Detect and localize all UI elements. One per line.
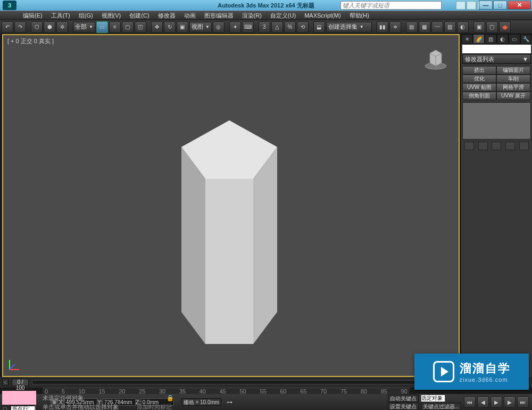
animation-controls: 自动关键点 设置关键点 关键点过滤器... ⏮ ◀ ▶ ▶ ⏭ — [388, 395, 532, 410]
maximize-button[interactable]: □ — [493, 1, 507, 10]
script-line-indicator: □ — [3, 406, 7, 410]
redo-button[interactable]: ↷ — [14, 21, 26, 33]
setkey-button[interactable]: 设置关键点 — [388, 403, 419, 410]
bind-button[interactable]: ✲ — [56, 21, 68, 33]
link-button[interactable]: ⬡ — [31, 21, 43, 33]
menu-maxscript[interactable]: MAXScript(M) — [300, 12, 345, 19]
mirror-button[interactable]: ▮▮ — [377, 21, 388, 33]
lock-icon[interactable]: 🔒 — [167, 395, 174, 401]
spinner-snap-button[interactable]: ⟲ — [297, 21, 309, 33]
configure-sets-icon[interactable] — [519, 142, 529, 150]
align-button[interactable]: ≑ — [389, 21, 401, 33]
tab-motion-icon[interactable]: ◐ — [497, 34, 509, 44]
trackbar-key[interactable] — [2, 391, 36, 405]
tab-utilities-icon[interactable]: 🔧 — [520, 34, 532, 44]
mod-lathe-button[interactable]: 车削 — [496, 75, 530, 83]
layers-button[interactable]: ▤ — [406, 21, 418, 33]
next-frame-button[interactable]: ▶ — [504, 396, 516, 408]
pivot-button[interactable]: ◎ — [213, 21, 225, 33]
star-icon[interactable] — [467, 1, 476, 10]
render-setup-button[interactable]: ▣ — [473, 21, 485, 33]
snap-button[interactable]: 3 — [259, 21, 270, 33]
goto-end-button[interactable]: ⏭ — [517, 396, 529, 408]
modifier-stack[interactable] — [462, 102, 531, 140]
prev-frame-button[interactable]: ◀ — [477, 396, 489, 408]
mod-uvwunwrap-button[interactable]: UVW 展开 — [496, 92, 530, 100]
mod-meshsmooth-button[interactable]: 网格平滑 — [496, 83, 530, 92]
autokey-button[interactable]: 自动关键点 — [388, 395, 419, 402]
edit-named-sel-button[interactable]: ⬓ — [313, 21, 325, 33]
prompt-area: 未选定任何对象 🔒 单击或单击并拖动以选择对象 添加时间标记 — [43, 395, 174, 410]
tab-display-icon[interactable]: ▭ — [509, 34, 520, 44]
graphite-button[interactable]: ▦ — [419, 21, 430, 33]
viewport-label[interactable]: [ + 0 正交 0 真实 ] — [7, 37, 54, 45]
move-button[interactable]: ✥ — [151, 21, 163, 33]
select-name-button[interactable]: ≡ — [109, 21, 121, 33]
render-button[interactable]: 🫖 — [499, 21, 511, 33]
angle-snap-button[interactable]: △ — [271, 21, 283, 33]
menu-grapheditors[interactable]: 图形编辑器 — [200, 12, 238, 20]
mod-bevelprofile-button[interactable]: 倒角剖面 — [462, 92, 496, 100]
show-result-icon[interactable] — [478, 142, 488, 150]
mod-optimize-button[interactable]: 优化 — [462, 75, 496, 83]
menu-modifiers[interactable]: 修改器 — [154, 12, 180, 20]
menu-help[interactable]: 帮助(H) — [345, 12, 373, 20]
mod-editpatch-button[interactable]: 编辑面片 — [496, 66, 530, 75]
pin-stack-icon[interactable] — [464, 142, 474, 150]
keyword-search-input[interactable] — [340, 1, 442, 10]
menu-create[interactable]: 创建(C) — [125, 12, 153, 20]
svg-marker-5 — [205, 179, 253, 344]
menu-views[interactable]: 视图(V) — [97, 12, 126, 20]
selection-filter-combo[interactable]: 全部▼ — [73, 22, 95, 32]
modifier-list-combo[interactable]: 修改器列表▼ — [462, 54, 531, 64]
remove-mod-icon[interactable] — [505, 142, 515, 150]
material-editor-button[interactable]: ◐ — [457, 21, 469, 33]
add-time-tag-button[interactable]: 添加时间标记 — [137, 403, 172, 410]
select-button[interactable]: ▭ — [96, 21, 108, 33]
time-config-icon[interactable]: ⊶ — [227, 399, 232, 406]
menu-tools[interactable]: 工具(T) — [47, 12, 74, 20]
time-track[interactable] — [32, 380, 448, 384]
menu-rendering[interactable]: 渲染(R) — [238, 12, 266, 20]
undo-button[interactable]: ↶ — [2, 21, 13, 33]
svg-marker-6 — [253, 147, 277, 344]
frame-indicator[interactable]: 0 / 100 — [12, 379, 29, 386]
rotate-button[interactable]: ↻ — [164, 21, 176, 33]
menu-edit[interactable]: 编辑(E) — [19, 12, 47, 20]
named-selection-combo[interactable]: 创建选择集▼ — [326, 22, 372, 32]
keyfilter-button[interactable]: 关键点过滤器... — [421, 403, 461, 410]
play-button[interactable]: ▶ — [491, 396, 502, 408]
percent-snap-button[interactable]: % — [284, 21, 296, 33]
minimize-button[interactable]: — — [479, 1, 493, 10]
curve-editor-button[interactable]: 〰 — [431, 21, 443, 33]
select-region-button[interactable]: ▢ — [122, 21, 134, 33]
close-button[interactable]: ✕ — [508, 1, 531, 10]
scene-object[interactable] — [152, 104, 306, 360]
menu-group[interactable]: 组(G) — [74, 12, 97, 20]
render-frame-button[interactable]: ▢ — [486, 21, 498, 33]
timeline-prev-icon[interactable]: < — [2, 379, 9, 386]
manipulate-button[interactable]: ✦ — [229, 21, 241, 33]
infocenter-icon[interactable] — [456, 1, 466, 10]
ref-coord-combo[interactable]: 视图▼ — [189, 22, 212, 32]
kbd-shortcut-button[interactable]: ⌨ — [242, 21, 254, 33]
viewport[interactable]: [ + 0 正交 0 真实 ] — [2, 34, 460, 377]
unlink-button[interactable]: ⬢ — [44, 21, 55, 33]
keymode-combo[interactable] — [421, 395, 445, 402]
viewcube-icon[interactable] — [423, 46, 448, 70]
tab-modify-icon[interactable]: 🌈 — [473, 34, 485, 44]
menu-customize[interactable]: 自定义(U) — [266, 12, 300, 20]
goto-start-button[interactable]: ⏮ — [464, 396, 476, 408]
prompt-hint: 单击或单击并拖动以选择对象 — [43, 403, 119, 410]
tab-hierarchy-icon[interactable]: ▥ — [485, 34, 496, 44]
menu-animation[interactable]: 动画 — [180, 12, 200, 20]
mod-uvwmap-button[interactable]: UVW 贴图 — [462, 83, 496, 92]
object-name-input[interactable] — [462, 45, 531, 53]
tab-create-icon[interactable]: ✳ — [461, 34, 473, 44]
scale-button[interactable]: ▣ — [177, 21, 188, 33]
script-row-input[interactable] — [10, 405, 36, 410]
make-unique-icon[interactable] — [492, 142, 501, 150]
schematic-button[interactable]: ▧ — [444, 21, 456, 33]
window-crossing-button[interactable]: ◫ — [135, 21, 146, 33]
mod-extrude-button[interactable]: 挤出 — [462, 66, 496, 75]
